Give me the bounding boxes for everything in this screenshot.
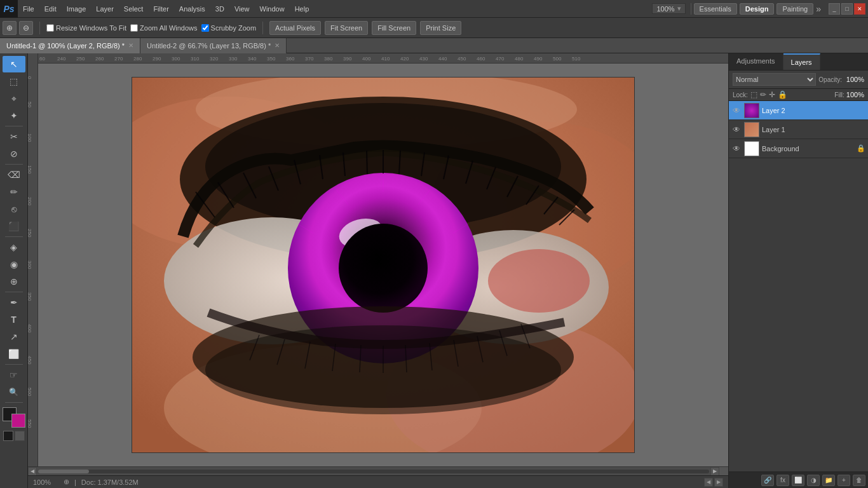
- zoom-all-windows-check[interactable]: Zoom All Windows: [130, 24, 197, 32]
- move-tool-btn[interactable]: ↖: [3, 56, 25, 72]
- menu-image[interactable]: Image: [62, 3, 92, 15]
- more-workspaces-btn[interactable]: »: [816, 4, 821, 14]
- tab-close-2[interactable]: ✕: [275, 42, 280, 49]
- scroll-left-status[interactable]: ◀: [704, 478, 713, 487]
- brush-tool-btn[interactable]: ✏: [3, 184, 25, 200]
- layer-2-visibility-icon[interactable]: 👁: [731, 105, 742, 116]
- svg-text:290: 290: [153, 56, 161, 62]
- crop-tool-btn[interactable]: ✂: [3, 128, 25, 145]
- menu-view[interactable]: View: [229, 3, 255, 15]
- add-mask-btn[interactable]: ⬜: [792, 475, 804, 486]
- fill-value[interactable]: 100%: [846, 91, 864, 98]
- fill-screen-btn[interactable]: Fill Screen: [372, 21, 416, 35]
- gradient-tool-btn[interactable]: ◈: [3, 239, 25, 255]
- healing-tool-btn[interactable]: ⌫: [3, 166, 25, 183]
- new-layer-btn[interactable]: +: [837, 475, 850, 486]
- menu-3d[interactable]: 3D: [210, 3, 229, 15]
- tab-untitled-1[interactable]: Untitled-1 @ 100% (Layer 2, RGB/8) * ✕: [0, 38, 140, 53]
- menu-layer[interactable]: Layer: [91, 3, 119, 15]
- eyedropper-tool-btn[interactable]: ⊘: [3, 146, 25, 162]
- tab-layers[interactable]: Layers: [783, 53, 820, 70]
- horizontal-scrollbar[interactable]: ◀ ▶: [28, 466, 728, 475]
- hand-tool-btn[interactable]: ☞: [3, 367, 25, 383]
- panel-tabs: Adjustments Layers: [729, 53, 868, 71]
- eraser-tool-btn[interactable]: ⬛: [3, 218, 25, 234]
- delete-layer-btn[interactable]: 🗑: [853, 475, 865, 486]
- layer-row-2[interactable]: 👁 Layer 2: [729, 101, 868, 120]
- tab-close-1[interactable]: ✕: [128, 42, 133, 49]
- svg-text:500: 500: [553, 56, 562, 62]
- background-visibility-icon[interactable]: 👁: [731, 144, 742, 154]
- canvas-area: 60 240 250 260 270 280 290 300 310 320 3…: [28, 53, 728, 488]
- svg-text:550: 550: [28, 419, 32, 428]
- status-zoom-icon[interactable]: ⊕: [64, 478, 69, 486]
- new-adjustment-btn[interactable]: ◑: [807, 475, 820, 486]
- menu-filter[interactable]: Filter: [148, 3, 173, 15]
- menu-edit[interactable]: Edit: [39, 3, 62, 15]
- link-layers-btn[interactable]: 🔗: [761, 475, 774, 486]
- painting-btn[interactable]: Painting: [776, 3, 813, 15]
- menu-select[interactable]: Select: [119, 3, 149, 15]
- scroll-right-status[interactable]: ▶: [714, 478, 723, 487]
- scroll-left-btn[interactable]: ◀: [28, 467, 37, 476]
- scrubby-zoom-label: Scrubby Zoom: [211, 24, 257, 32]
- blur-tool-btn[interactable]: ◉: [3, 256, 25, 273]
- zoom-in-btn[interactable]: ⊕: [3, 21, 17, 35]
- print-size-btn[interactable]: Print Size: [420, 21, 461, 35]
- scroll-right-btn[interactable]: ▶: [710, 467, 719, 476]
- zoom-out-btn[interactable]: ⊖: [19, 21, 33, 35]
- lock-image-icon[interactable]: ✏: [760, 90, 766, 99]
- zoom-all-windows-checkbox[interactable]: [130, 24, 138, 32]
- scrubby-zoom-checkbox[interactable]: [201, 24, 209, 32]
- svg-text:380: 380: [324, 56, 333, 62]
- tab-adjustments[interactable]: Adjustments: [729, 53, 783, 70]
- zoom-tool-icon: 🔍: [9, 388, 18, 396]
- layer-row-1[interactable]: 👁 Layer 1: [729, 120, 868, 139]
- canvas-wrapper: [38, 64, 728, 466]
- menu-bar: Ps File Edit Image Layer Select Filter A…: [0, 0, 868, 18]
- fill-group: Fill: 100%: [834, 91, 864, 98]
- quickmask-mode-btn[interactable]: [15, 431, 25, 441]
- clone-tool-btn[interactable]: ⎋: [3, 201, 25, 217]
- standard-mode-btn[interactable]: [3, 431, 13, 441]
- canvas-content[interactable]: [132, 78, 634, 452]
- minimize-btn[interactable]: _: [829, 3, 840, 15]
- layer-row-background[interactable]: 👁 Background 🔒: [729, 139, 868, 158]
- scroll-thumb-h[interactable]: [38, 470, 89, 473]
- menu-file[interactable]: File: [18, 3, 39, 15]
- scrubby-zoom-check[interactable]: Scrubby Zoom: [201, 24, 257, 32]
- type-tool-btn[interactable]: T: [3, 311, 25, 328]
- menu-window[interactable]: Window: [255, 3, 290, 15]
- actual-pixels-btn[interactable]: Actual Pixels: [269, 21, 321, 35]
- lock-all-icon[interactable]: 🔒: [778, 90, 787, 99]
- svg-text:450: 450: [28, 356, 32, 365]
- path-tool-btn[interactable]: ↗: [3, 329, 25, 345]
- menu-analysis[interactable]: Analysis: [174, 3, 210, 15]
- lock-position-icon[interactable]: ✛: [769, 90, 775, 99]
- resize-windows-checkbox[interactable]: [46, 24, 54, 32]
- pen-tool-btn[interactable]: ✒: [3, 294, 25, 311]
- blend-mode-select[interactable]: Normal Multiply Screen Overlay: [733, 73, 816, 86]
- close-btn[interactable]: ✕: [854, 3, 865, 15]
- fit-screen-btn[interactable]: Fit Screen: [325, 21, 368, 35]
- dodge-tool-btn[interactable]: ⊕: [3, 273, 25, 290]
- zoom-tool-btn[interactable]: 🔍: [3, 384, 25, 400]
- shape-tool-btn[interactable]: ⬜: [3, 346, 25, 362]
- add-style-btn[interactable]: fx: [776, 475, 789, 486]
- scroll-track-h[interactable]: [38, 470, 709, 473]
- opacity-value[interactable]: 100%: [844, 76, 864, 83]
- magic-wand-icon: ✦: [10, 111, 18, 121]
- marquee-tool-btn[interactable]: ⬚: [3, 73, 25, 90]
- menu-help[interactable]: Help: [290, 3, 315, 15]
- maximize-btn[interactable]: □: [841, 3, 853, 15]
- resize-windows-check[interactable]: Resize Windows To Fit: [46, 24, 126, 32]
- design-btn[interactable]: Design: [740, 3, 775, 15]
- lasso-tool-btn[interactable]: ⌖: [3, 90, 25, 107]
- new-group-btn[interactable]: 📁: [822, 475, 835, 486]
- magic-wand-tool-btn[interactable]: ✦: [3, 107, 25, 124]
- layer-1-visibility-icon[interactable]: 👁: [731, 125, 742, 135]
- essentials-btn[interactable]: Essentials: [694, 3, 737, 15]
- tab-untitled-2[interactable]: Untitled-2 @ 66.7% (Layer 13, RGB/8) * ✕: [140, 38, 287, 53]
- lock-transparent-icon[interactable]: ⬚: [750, 90, 757, 99]
- background-color[interactable]: [11, 414, 25, 428]
